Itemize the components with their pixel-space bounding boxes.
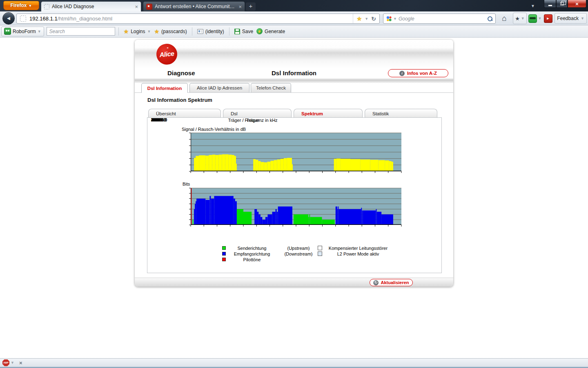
subtab-statistik[interactable]: Statistik	[365, 109, 437, 118]
infos-label: Infos von A-Z	[407, 71, 437, 76]
subtab-uebersicht[interactable]: Übersicht	[148, 109, 221, 118]
legend-direction: (Downstream)	[275, 251, 322, 256]
tick-label: 3840	[147, 118, 164, 122]
alice-panel: ❞ Alice Diagnose Dsl Information i Infos…	[135, 40, 453, 287]
tick-label: 2304	[147, 118, 164, 122]
tick-label: 0	[147, 118, 158, 122]
subtab-spektrum[interactable]: Spektrum	[294, 109, 363, 118]
tick-label: 20	[147, 118, 158, 122]
tick-label: 3840	[147, 118, 164, 122]
logins-star-icon: ★	[124, 28, 129, 35]
tick-label: 1536	[147, 118, 164, 122]
option-label: L2 Power Mode aktiv	[321, 251, 395, 256]
refresh-icon: ↻	[373, 280, 379, 285]
reload-icon[interactable]: ↻	[371, 16, 376, 22]
google-icon[interactable]	[386, 16, 392, 22]
subtab-dsl[interactable]: Dsl	[223, 109, 292, 118]
roboform-save-button[interactable]: Save	[234, 29, 253, 34]
addon-bar-close-icon[interactable]: ×	[19, 360, 22, 366]
logo-strip: ❞ Alice	[135, 40, 453, 68]
snr-chart-title: Signal / Rausch-Verhältnis in dB	[182, 127, 246, 132]
video-download-button[interactable]: ►	[543, 13, 552, 24]
list-all-tabs-icon[interactable]: ▼	[531, 4, 535, 8]
close-button[interactable]: ×	[568, 0, 586, 8]
restore-button[interactable]	[556, 0, 568, 8]
tab-alice-iad-ip-adressen[interactable]: Alice IAD Ip Adressen	[189, 83, 249, 92]
page-header: Diagnose Dsl Information i Infos von A-Z	[135, 68, 453, 79]
tick-label: 4	[147, 118, 158, 122]
bits-chart-title: Bits	[183, 182, 190, 186]
logins-label: Logins	[131, 29, 145, 34]
checkbox-kompensierter-leitungsstoerer[interactable]	[318, 246, 322, 250]
extension-icon	[528, 14, 537, 23]
tick-label: 512	[147, 118, 164, 122]
feedback-label: Feedback	[557, 16, 579, 21]
search-magnifier-icon[interactable]	[487, 16, 493, 22]
new-tab-button[interactable]: +	[246, 2, 256, 11]
tick-label: 512	[147, 118, 164, 122]
roboform-logins-button[interactable]: ★ Logins ▼	[124, 28, 151, 35]
tick-label: 1280	[147, 118, 164, 122]
abp-label: ABP	[3, 361, 9, 364]
tab-title: Antwort erstellen • Alice Community ...	[155, 4, 236, 9]
tab-close-icon[interactable]: ×	[238, 4, 242, 10]
home-button[interactable]: ⌂	[499, 13, 510, 24]
bookmark-star-icon[interactable]: ★	[356, 15, 362, 22]
tab-dsl-information[interactable]: Dsl Information	[141, 83, 188, 93]
chevron-down-icon: ▼	[538, 16, 542, 20]
aktualisieren-button[interactable]: ↻ Aktualisieren	[370, 279, 413, 286]
chevron-down-icon[interactable]: ▼	[11, 361, 14, 365]
tick-label: 0	[147, 118, 164, 122]
tick-label: 1280	[147, 118, 164, 122]
tick-label: 2208.0	[147, 118, 172, 122]
roboform-identity-button[interactable]: (identity)	[197, 29, 224, 34]
addon-bar: ABP ▼ ×	[0, 358, 588, 367]
legend-label: Empfangsrichtung	[223, 251, 281, 256]
extension-green-button[interactable]: ▼	[528, 13, 542, 24]
tab-close-icon[interactable]: ×	[135, 4, 138, 10]
header-divider	[135, 79, 453, 83]
adblock-plus-icon[interactable]: ABP	[2, 359, 9, 366]
tick-label: 6	[147, 118, 158, 122]
legend-direction: (Upstream)	[275, 246, 322, 251]
chevron-down-icon[interactable]: ▼	[393, 17, 397, 21]
firefox-menu-button[interactable]: Firefox▼	[3, 1, 39, 10]
url-bar[interactable]: 192.168.1.1/html/hn_diagnose.html ★ ▼ ↻	[16, 13, 380, 24]
tick-label: 40	[147, 118, 158, 122]
tick-label: 2304	[147, 118, 164, 122]
search-bar[interactable]: ▼	[383, 13, 496, 24]
back-button[interactable]: ◄	[2, 12, 15, 25]
roboform-passcards-button[interactable]: ★ (passcards)	[154, 28, 187, 35]
roboform-search-input[interactable]	[47, 27, 115, 36]
sub-tab-bar: Übersicht Dsl Spektrum Statistik	[135, 109, 453, 118]
passcards-star-icon: ★	[154, 28, 159, 35]
tab-content: Dsl Information Spektrum Übersicht Dsl S…	[135, 93, 453, 278]
feedback-button[interactable]: Feedback▼	[555, 13, 587, 24]
infos-von-a-z-button[interactable]: i Infos von A-Z	[388, 69, 448, 77]
firefox-menu-label: Firefox	[11, 2, 27, 8]
passcards-label: (passcards)	[161, 29, 187, 34]
window-controls: ×	[544, 0, 586, 8]
tab-title: Alice IAD Diagnose	[52, 4, 133, 9]
subtab-label: Dsl	[231, 111, 238, 116]
checkbox-l2-power-mode[interactable]	[318, 251, 322, 256]
tick-label: 2560	[147, 118, 164, 122]
minimize-button[interactable]	[544, 0, 556, 8]
bookmarks-star-icon: ★	[515, 16, 520, 22]
panel-footer: ↻ Aktualisieren	[135, 278, 453, 287]
subtab-label: Spektrum	[301, 111, 323, 116]
tab-alice-community[interactable]: Antwort erstellen • Alice Community ... …	[143, 1, 245, 11]
chevron-down-icon[interactable]: ▼	[365, 17, 368, 21]
chevron-down-icon: ▼	[38, 29, 41, 34]
alice-logo: ❞ Alice	[155, 43, 178, 65]
search-input[interactable]	[399, 16, 487, 22]
roboform-menu-button[interactable]: RoboForm ▼	[1, 27, 44, 36]
tab-alice-iad-diagnose[interactable]: Alice IAD Diagnose ×	[41, 1, 141, 11]
roboform-generate-button[interactable]: ⚡ Generate	[256, 28, 285, 34]
site-identity-icon[interactable]	[20, 16, 26, 22]
main-tab-bar: Dsl Information Alice IAD Ip Adressen Te…	[135, 83, 453, 92]
snr-plot	[191, 133, 401, 171]
tick-label: 1024	[147, 118, 164, 122]
bookmarks-menu-button[interactable]: ★▼	[513, 13, 527, 24]
tab-telefon-check[interactable]: Telefon Check	[251, 83, 291, 92]
